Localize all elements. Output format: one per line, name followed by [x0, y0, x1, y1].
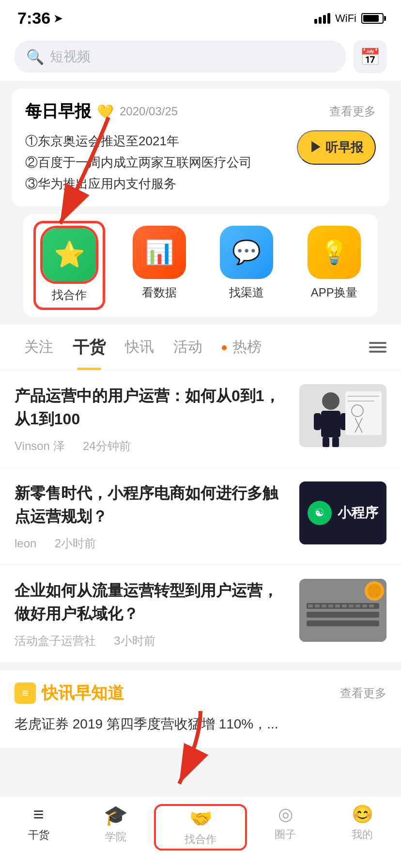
tab-follow[interactable]: 关注 — [15, 326, 63, 369]
article-thumb-1 — [299, 384, 386, 447]
article-meta-1: Vinson 泽 24分钟前 — [15, 438, 288, 454]
search-placeholder: 短视频 — [50, 47, 91, 66]
chat-icon: 💬 — [232, 239, 261, 266]
svg-rect-19 — [315, 604, 320, 607]
app-exchange-label: APP换量 — [311, 285, 357, 300]
svg-rect-26 — [362, 604, 367, 607]
article-time-2: 2小时前 — [55, 537, 96, 550]
quick-news-item: 老虎证券 2019 第四季度营收猛增 110%，... — [15, 712, 386, 736]
news-date: 2020/03/25 — [120, 105, 324, 118]
quick-news-more-link[interactable]: 查看更多 — [340, 685, 386, 701]
svg-rect-7 — [332, 437, 339, 447]
svg-rect-27 — [369, 604, 374, 607]
find-collab-nav-label: 找合作 — [185, 832, 216, 847]
quick-news-section: ≡ 快讯早知道 查看更多 老虎证券 2019 第四季度营收猛增 110%，... — [0, 670, 401, 748]
xueyuan-nav-icon: 🎓 — [104, 804, 128, 827]
quanzi-nav-icon: ◎ — [278, 804, 293, 824]
tab-activity[interactable]: 活动 — [164, 326, 212, 369]
find-channel-label: 找渠道 — [229, 285, 264, 300]
xueyuan-nav-label: 学院 — [105, 830, 126, 844]
tab-hot-label: 热榜 — [232, 339, 262, 355]
tab-activity-label: 活动 — [173, 339, 202, 355]
article-author-3: 活动盒子运营社 — [15, 634, 96, 647]
quanzi-nav-label: 圈子 — [275, 827, 296, 842]
news-content: ①东京奥运会推迟至2021年 ②百度于一周内成立两家互联网医疗公司 ③华为推出应… — [25, 130, 376, 195]
action-app-exchange[interactable]: 💡 APP换量 — [308, 226, 361, 305]
nav-item-xueyuan[interactable]: 🎓 学院 — [77, 804, 154, 851]
svg-rect-23 — [342, 604, 347, 607]
nav-item-mine[interactable]: 😊 我的 — [324, 804, 401, 851]
article-meta-3: 活动盒子运营社 3小时前 — [15, 633, 288, 649]
menu-line-2 — [369, 346, 386, 348]
app-exchange-icon: 💡 — [308, 226, 361, 279]
articles-list: 产品运营中的用户运营：如何从0到1，从1到100 Vinson 泽 24分钟前 — [0, 371, 401, 663]
news-item-1: ①东京奥运会推迟至2021年 — [25, 130, 289, 152]
tab-follow-label: 关注 — [24, 339, 53, 355]
status-icons: WiFi — [314, 12, 384, 25]
ganghuo-nav-label: 干货 — [28, 828, 49, 842]
article-item[interactable]: 企业如何从流量运营转型到用户运营，做好用户私域化？ 活动盒子运营社 3小时前 — [0, 565, 401, 663]
svg-rect-21 — [328, 604, 333, 607]
article-author-2: leon — [15, 537, 36, 550]
wifi-icon: WiFi — [335, 12, 356, 25]
tab-hot[interactable]: 热榜 — [212, 326, 271, 369]
find-collab-label: 找合作 — [52, 287, 87, 303]
quick-news-title: 快讯早知道 — [42, 682, 334, 704]
search-icon: 🔍 — [26, 48, 44, 65]
battery-icon — [361, 13, 384, 24]
chart-icon: 📊 — [145, 239, 174, 266]
mine-nav-label: 我的 — [352, 827, 373, 842]
search-area: 🔍 短视频 📅 — [0, 32, 401, 81]
news-item-3: ③华为推出应用内支付服务 — [25, 173, 289, 194]
nav-item-ganghuo[interactable]: ≡ 干货 — [0, 804, 77, 851]
status-time: 7:36 — [17, 9, 50, 28]
find-collab-icon: ⭐ — [43, 228, 96, 281]
menu-line-1 — [369, 342, 386, 344]
svg-rect-20 — [322, 604, 326, 607]
nav-item-quanzi[interactable]: ◎ 圈子 — [247, 804, 324, 851]
tab-kuaixun[interactable]: 快讯 — [115, 326, 164, 369]
article-time-sep-1 — [68, 439, 79, 452]
tab-ganghuo[interactable]: 干货 — [63, 325, 115, 370]
quick-actions-wrapper: ⭐ 找合作 📊 看数据 💬 找渠道 💡 — [12, 214, 389, 317]
search-bar[interactable]: 🔍 短视频 — [15, 41, 346, 73]
article-meta-2: leon 2小时前 — [15, 536, 288, 551]
listen-button-label: ▶ 听早报 — [309, 139, 363, 156]
article-thumb-2: ☯ 小程序 — [299, 481, 386, 544]
article-author-1: Vinson 泽 — [15, 439, 65, 452]
find-collab-nav-icon: 🤝 — [189, 808, 212, 829]
article-item[interactable]: 产品运营中的用户运营：如何从0到1，从1到100 Vinson 泽 24分钟前 — [0, 371, 401, 468]
tab-more-button[interactable] — [369, 342, 386, 353]
daily-news-banner: 每日早报 💛 2020/03/25 查看更多 ①东京奥运会推迟至2021年 ②百… — [12, 89, 389, 206]
article-thumb-img-1 — [299, 384, 386, 447]
news-list: ①东京奥运会推迟至2021年 ②百度于一周内成立两家互联网医疗公司 ③华为推出应… — [25, 130, 289, 195]
signal-bars-icon — [314, 13, 330, 24]
listen-button[interactable]: ▶ 听早报 — [297, 130, 376, 165]
svg-rect-3 — [321, 411, 340, 437]
article-item[interactable]: 新零售时代，小程序电商如何进行多触点运营规划？ leon 2小时前 ☯ 小程序 — [0, 468, 401, 565]
article-time-1: 24分钟前 — [83, 439, 131, 452]
nav-item-find-collab[interactable]: 🤝 找合作 — [154, 804, 247, 851]
article-time-sep-2 — [40, 537, 51, 550]
news-title: 每日早报 — [25, 100, 91, 123]
mini-label: 小程序 — [338, 504, 378, 522]
calendar-button[interactable]: 📅 — [354, 40, 386, 73]
svg-rect-25 — [355, 604, 360, 607]
svg-point-29 — [368, 584, 381, 598]
calendar-icon: 📅 — [360, 47, 380, 66]
location-arrow-icon: ➤ — [53, 12, 63, 25]
action-find-channel[interactable]: 💬 找渠道 — [220, 226, 273, 305]
news-header: 每日早报 💛 2020/03/25 查看更多 — [25, 100, 376, 123]
action-find-collab[interactable]: ⭐ 找合作 — [33, 221, 105, 310]
article-title-3: 企业如何从流量运营转型到用户运营，做好用户私域化？ — [15, 579, 288, 625]
action-view-data[interactable]: 📊 看数据 — [133, 226, 186, 305]
page-wrapper: 7:36 ➤ WiFi 🔍 短视频 📅 每日早报 — [0, 0, 401, 825]
wechat-mini-icon: ☯ — [308, 501, 332, 525]
quick-actions: ⭐ 找合作 📊 看数据 💬 找渠道 💡 — [23, 214, 378, 317]
tab-kuaixun-label: 快讯 — [125, 339, 154, 355]
ganghuo-nav-icon: ≡ — [33, 804, 44, 825]
article-time-sep-3 — [99, 634, 111, 647]
tab-ganghuo-label: 干货 — [73, 338, 106, 356]
news-more-link[interactable]: 查看更多 — [329, 104, 376, 119]
svg-rect-18 — [308, 604, 313, 607]
